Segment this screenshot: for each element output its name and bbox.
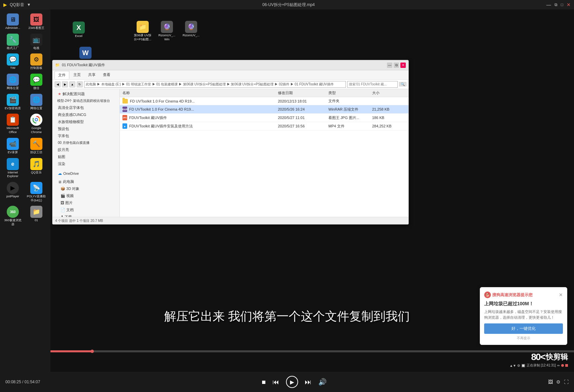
- watermark-area: 80< 快剪辑 ▲▼ ⚙ 🔲 正在录制 [12:41:31] ✏: [509, 352, 568, 368]
- volume-button[interactable]: 🔊: [318, 378, 327, 386]
- file-row-0[interactable]: FD UVToolkit 1.0 For Cinema 4D R19... 20…: [120, 97, 408, 105]
- rizom-other-icon[interactable]: 🔮 RizomUV_...: [180, 19, 203, 42]
- search-input[interactable]: [347, 81, 398, 88]
- sidebar-thispc[interactable]: 🖥 此电脑: [52, 178, 119, 185]
- 360-icon: 360: [7, 206, 19, 218]
- notification-close[interactable]: ✕: [559, 292, 563, 298]
- sidebar-video[interactable]: 🎬 视频: [52, 192, 119, 199]
- wangluo-icon: 🌐: [7, 74, 19, 86]
- close-icon[interactable]: ✕: [567, 2, 571, 7]
- watermark-logo: 80<: [531, 352, 545, 362]
- jiegou-icon: 🔨: [30, 138, 42, 150]
- nav-refresh[interactable]: ↻: [77, 81, 83, 87]
- desktop-icon-kongzhi[interactable]: ⚙ 控制面板: [25, 52, 48, 71]
- sidebar-3d[interactable]: 📦 3D 对象: [52, 185, 119, 192]
- desktop-icon-chrome[interactable]: Google Chrome: [25, 112, 48, 135]
- file-name-2: JPG FDUVToolkit 藏UV插件: [122, 115, 278, 120]
- sidebar-doc[interactable]: 📄 文档: [52, 206, 119, 213]
- ie-icon: e: [7, 158, 19, 170]
- nav-forward[interactable]: ▶: [62, 81, 68, 87]
- sidebar-quick-shangye[interactable]: 商业质感CUNCG: [52, 111, 119, 118]
- desktop-icon-tim[interactable]: 💬 TIM: [1, 52, 24, 71]
- desktop-icon-weixin[interactable]: 💬 微信: [25, 72, 48, 91]
- restore-icon[interactable]: ⧉: [554, 2, 558, 7]
- desktop-icon-jiegou[interactable]: 🔨 协议工坊: [25, 136, 48, 155]
- desktop-icon-wangluo[interactable]: 🌐 网络位置: [1, 72, 24, 91]
- sidebar-download[interactable]: ⬇ 下载: [52, 213, 119, 217]
- progress-bar-container[interactable]: [50, 350, 574, 352]
- explorer-close[interactable]: ✕: [400, 63, 406, 68]
- notification-optimize-button[interactable]: 好，一键优化: [484, 323, 563, 334]
- sidebar-quick-tietu[interactable]: 贴图: [52, 153, 119, 160]
- fullscreen-icon[interactable]: ⛶: [564, 379, 569, 385]
- desktop-icon-pot[interactable]: ▶ potPlayer: [1, 181, 24, 203]
- tab-share[interactable]: 共享: [85, 71, 99, 79]
- minimize-icon[interactable]: —: [546, 2, 551, 7]
- sidebar-quick-yushe[interactable]: 预设包: [52, 125, 119, 132]
- explorer-restore[interactable]: ⧉: [394, 63, 399, 68]
- address-path[interactable]: 此电脑 ▶ 本地磁盘 (E:) ▶ 01 明锐波工作室 ▶ 01 包装建模课 ▶…: [84, 81, 346, 88]
- sidebar-quick-jiegou[interactable]: ★ 解决配置问题: [52, 90, 119, 97]
- sidebar-quick-jiaoyueliang[interactable]: 皎月亮: [52, 146, 119, 153]
- mp4-icon-3: ▶: [122, 123, 127, 129]
- desktop-icon-01[interactable]: 📁 01: [25, 204, 48, 227]
- sidebar-picture[interactable]: 🖼 图片: [52, 199, 119, 206]
- search-button[interactable]: 🔍: [399, 82, 406, 86]
- file-name-0: FD UVToolkit 1.0 For Cinema 4D R19...: [122, 99, 278, 104]
- folder-uv-icon[interactable]: 📁 第06课 UV拆 分+PS贴图...: [131, 19, 154, 42]
- sidebar-onedrive[interactable]: ☁ OneDrive: [52, 170, 119, 177]
- desktop-icon-wl2[interactable]: 🌐 网络位置: [25, 92, 48, 111]
- tab-file[interactable]: 文件: [55, 71, 69, 79]
- desktop-icon-360[interactable]: 360 360极速浏览器: [1, 204, 24, 227]
- app-titlebar: ▶ QQ影音 ▼ 06-UV拆分+PS贴图处理.mp4 — ⧉ □ ✕: [0, 0, 574, 9]
- notification-dismiss[interactable]: 不再提示: [484, 336, 563, 341]
- app-menu-arrow[interactable]: ▼: [27, 2, 31, 7]
- nav-back[interactable]: ◀: [55, 81, 61, 87]
- notification-headline: 上网垃圾已超过100M！: [484, 301, 563, 307]
- 2345-icon: 🖼: [30, 13, 42, 26]
- file-row-2[interactable]: JPG FDUVToolkit 藏UV插件 2020/5/27 11:01 看图…: [120, 114, 408, 122]
- desktop-icon-qqmusic[interactable]: 🎵 QQ音乐: [25, 157, 48, 179]
- explorer-minimize[interactable]: —: [387, 63, 392, 68]
- next-button[interactable]: ⏭: [305, 378, 312, 386]
- desktop-icon-dianshi[interactable]: 📺 电视: [25, 32, 48, 51]
- excel-top-icon[interactable]: X Excel: [67, 20, 90, 40]
- desktop-icon-2345[interactable]: 🖼 2345看图王: [25, 12, 48, 31]
- desktop-icon-administr[interactable]: 🖥 Administr...: [1, 12, 24, 31]
- file-row-3[interactable]: ▶ FDUVToolkit 藏UV插件安装及使用方法 2020/5/27 16:…: [120, 122, 408, 130]
- sidebar-quick-ziti[interactable]: 高清全店字体包: [52, 104, 119, 111]
- rizom-win-icon[interactable]: 🔮 RizomUV_...Win: [155, 19, 178, 42]
- desktop-icon-polyv[interactable]: 📡 POLYV直播助手(64位): [25, 181, 48, 203]
- video-title: 06-UV拆分+PS贴图处理.mp4: [262, 2, 315, 8]
- maximize-icon[interactable]: □: [561, 2, 563, 7]
- prev-button[interactable]: ⏮: [273, 378, 279, 386]
- desktop-icon-evluping[interactable]: 📹 EV录屏: [1, 136, 24, 155]
- desktop-icon-ie[interactable]: e Internet Explorer: [1, 157, 24, 179]
- app-name: QQ影音: [10, 2, 24, 8]
- screenshot-icon[interactable]: 🖼: [548, 379, 553, 385]
- desktop-icon-office[interactable]: 📋 Microsoft Office: [1, 112, 24, 135]
- notif-title-area: 🐕 搜狗高速浏览器提示您: [484, 291, 533, 298]
- desktop-icon-ev[interactable]: 🎬 EV加密画质: [1, 92, 24, 111]
- polyv-icon: 📡: [30, 182, 42, 194]
- sidebar-quick-water[interactable]: 水族馆植物模型: [52, 118, 119, 125]
- file-row-1[interactable]: RAR FD UVToolkit 1.0 For Cinema 4D R19..…: [120, 105, 408, 114]
- chrome-icon: [30, 114, 42, 126]
- wl2-icon: 🌐: [30, 94, 42, 106]
- jpg-icon-2: JPG: [122, 115, 127, 120]
- stop-button[interactable]: ■: [262, 378, 266, 386]
- file-list-header: 名称 修改日期 类型 大小: [120, 89, 408, 97]
- play-button[interactable]: ▶: [286, 376, 298, 388]
- desktop-icon-geshi[interactable]: 🔧 格式工厂: [1, 32, 24, 51]
- tab-home[interactable]: 主页: [70, 71, 84, 79]
- sidebar-quick-ziku[interactable]: 字库包: [52, 132, 119, 140]
- sidebar-quick-moxing[interactable]: 模型-24个 架动态洗面奶校比缩放台: [52, 97, 119, 104]
- file-name-1: RAR FD UVToolkit 1.0 For Cinema 4D R19..…: [122, 107, 278, 112]
- notification-header: 🐕 搜狗高速浏览器提示您 ✕: [484, 291, 563, 298]
- taskbar-right-icons: 🖼 ⚙ ⛶: [548, 379, 569, 385]
- settings-icon[interactable]: ⚙: [556, 379, 561, 385]
- nav-up[interactable]: ▲: [69, 81, 75, 87]
- sidebar-quick-mobing[interactable]: 00 月饼包装白膜直播: [52, 140, 119, 146]
- tab-view[interactable]: 查看: [100, 71, 114, 79]
- sidebar-quick-xuanran[interactable]: 渲染: [52, 160, 119, 167]
